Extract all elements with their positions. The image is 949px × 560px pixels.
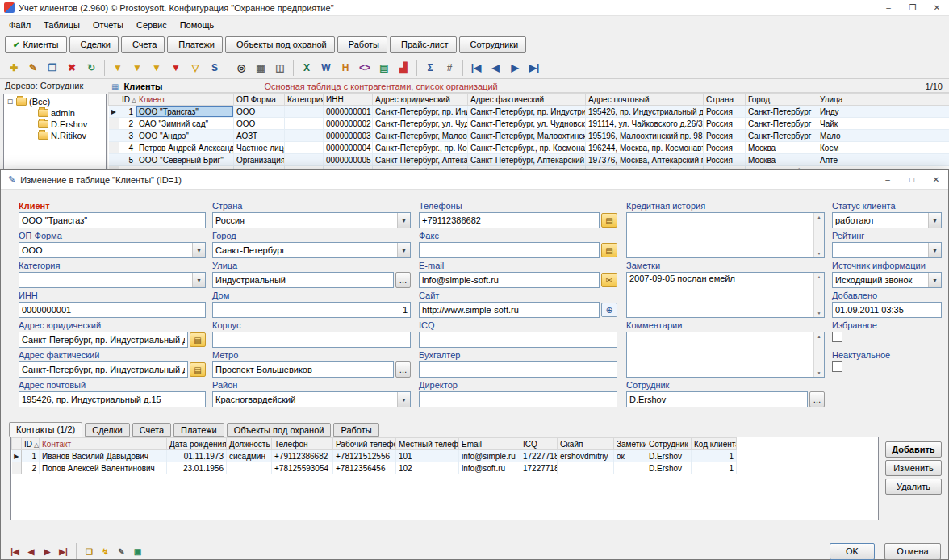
tree-item[interactable]: ⊟ (Все) (4, 96, 106, 107)
Попов Алексей Валентинович[interactable]: 2 Попов Алексей Валентинович 23.01.1956 … (12, 462, 737, 474)
col-street[interactable]: Улица (817, 94, 949, 106)
col-form[interactable]: ОП Форма (234, 94, 285, 106)
copy-record-icon[interactable]: ❐ (44, 59, 61, 77)
chevron-down-icon[interactable]: ▾ (928, 213, 941, 228)
col-employee[interactable]: Сотрудник (646, 438, 692, 450)
col-notes[interactable]: Заметки (614, 438, 646, 450)
preview-icon[interactable]: ◫ (271, 59, 289, 77)
col-country[interactable]: Страна (704, 94, 746, 106)
col-phone[interactable]: Телефон (272, 438, 333, 450)
email-input[interactable] (419, 272, 600, 288)
export-excel-icon[interactable]: X (298, 59, 316, 77)
city-select[interactable]: ▾ (212, 242, 411, 258)
ellipsis-button[interactable]: … (395, 272, 411, 288)
memo-scrollbar[interactable]: ▲▼ (813, 213, 824, 257)
add-record-icon[interactable]: ✚ (5, 59, 23, 77)
notes-icon[interactable]: ✎ (115, 545, 128, 558)
mail-icon[interactable]: ✉ (601, 273, 617, 287)
subtab[interactable]: Работы (333, 423, 378, 437)
op-form-input[interactable] (19, 243, 192, 257)
address-copy-icon[interactable]: ▤ (190, 362, 206, 377)
status-select[interactable]: ▾ (832, 212, 942, 228)
col-work-phone[interactable]: Рабочий телефон (333, 438, 396, 450)
filter-sql-icon[interactable]: S (206, 59, 224, 77)
col-id[interactable]: ID△ (119, 94, 136, 106)
country-select[interactable]: ▾ (212, 212, 411, 228)
col-email[interactable]: Email (459, 438, 520, 450)
ellipsis-button[interactable]: … (395, 361, 411, 378)
dialog-close-button[interactable]: ✕ (924, 170, 948, 189)
export-csv-icon[interactable]: ▤ (375, 59, 393, 77)
main-tab[interactable]: Платежи (167, 36, 223, 53)
col-icq[interactable]: ICQ (520, 438, 558, 450)
col-skype[interactable]: Скайп (558, 438, 614, 450)
refresh-icon[interactable]: ↻ (82, 59, 100, 77)
edit-record-icon[interactable]: ✎ (24, 59, 42, 77)
col-city[interactable]: Город (746, 94, 817, 106)
table-row[interactable]: 5 ООО "Северный Бриг" Организация 000000… (109, 154, 949, 166)
table-row[interactable]: ▶ 1 ООО "Трансгаз" ООО 0000000001 Санкт-… (109, 106, 949, 118)
calc-icon[interactable]: # (441, 59, 458, 77)
phonebook-icon[interactable]: ▤ (601, 213, 617, 228)
record-last-icon[interactable]: ▶| (56, 545, 70, 558)
actual-address-input[interactable] (19, 361, 188, 378)
address-copy-icon[interactable]: ▤ (190, 332, 206, 347)
phones-input[interactable] (419, 212, 600, 228)
nav-first-icon[interactable]: |◀ (467, 59, 485, 77)
col-client-code[interactable]: Код клиента (692, 438, 737, 450)
memo-scrollbar[interactable]: ▲▼ (813, 332, 824, 377)
add-contact-button[interactable]: Добавить (885, 441, 942, 458)
info-source-input[interactable] (833, 273, 928, 287)
menu-item[interactable]: Отчеты (86, 18, 130, 32)
menu-item[interactable]: Файл (2, 18, 37, 32)
col-actual-address[interactable]: Адрес фактический (468, 94, 586, 106)
dialog-maximize-button[interactable]: □ (900, 170, 924, 189)
chevron-down-icon[interactable]: ▾ (397, 243, 410, 257)
rating-input[interactable] (833, 243, 928, 257)
legal-address-input[interactable] (19, 332, 188, 348)
main-tab[interactable]: ✔ Клиенты (5, 36, 67, 53)
notes-memo[interactable]: 2007-09-05 послан емейл ▲▼ (626, 272, 825, 318)
ok-button[interactable]: OK (830, 543, 875, 560)
delete-record-icon[interactable]: ✖ (63, 59, 81, 77)
sum-icon[interactable]: Σ (421, 59, 439, 77)
export-xml-icon[interactable]: <> (356, 59, 374, 77)
favorite-checkbox[interactable] (832, 332, 842, 342)
chevron-down-icon[interactable]: ▾ (192, 273, 205, 287)
credit-history-memo[interactable]: ▲▼ (626, 212, 825, 258)
main-tab[interactable]: Счета (121, 36, 165, 53)
street-input[interactable] (212, 272, 394, 288)
fax-input[interactable] (419, 242, 600, 258)
status-input[interactable] (833, 213, 928, 228)
tree-item[interactable]: admin (4, 107, 106, 119)
filter-icon[interactable]: ▼ (109, 59, 127, 77)
house-input[interactable] (212, 302, 411, 318)
metro-input[interactable] (212, 361, 394, 378)
info-source-select[interactable]: ▾ (832, 272, 942, 288)
table-row[interactable]: 4 Петров Андрей Александрович Частное ли… (109, 142, 949, 154)
chevron-down-icon[interactable]: ▾ (928, 243, 941, 257)
nav-prev-icon[interactable]: ◀ (487, 59, 504, 77)
menu-item[interactable]: Сервис (130, 18, 173, 32)
main-tab[interactable]: Сделки (69, 36, 119, 53)
close-button[interactable]: ✕ (925, 0, 949, 16)
col-category[interactable]: Категория (285, 94, 324, 106)
subtab[interactable]: Объекты под охраной (227, 423, 332, 437)
col-client[interactable]: Клиент (136, 94, 234, 106)
main-tab[interactable]: Объекты под охраной (225, 36, 335, 53)
lightning-icon[interactable]: ↯ (98, 545, 112, 558)
export-html-icon[interactable]: H (337, 59, 354, 77)
nav-next-icon[interactable]: ▶ (506, 59, 524, 77)
filter-clear-icon[interactable]: ▽ (186, 59, 204, 77)
col-inn[interactable]: ИНН (324, 94, 373, 106)
cancel-button[interactable]: Отмена (884, 543, 941, 560)
col-position[interactable]: Должность (227, 438, 272, 450)
col-local-phone[interactable]: Местный телефон (396, 438, 459, 450)
added-input[interactable] (832, 302, 942, 318)
subtab[interactable]: Контакты (1/2) (9, 422, 82, 437)
nav-last-icon[interactable]: ▶| (525, 59, 543, 77)
minimize-button[interactable]: – (876, 0, 901, 16)
phonebook-icon[interactable]: ▤ (601, 243, 617, 257)
tree-item[interactable]: D.Ershov (4, 119, 106, 130)
subtab[interactable]: Счета (132, 423, 171, 437)
